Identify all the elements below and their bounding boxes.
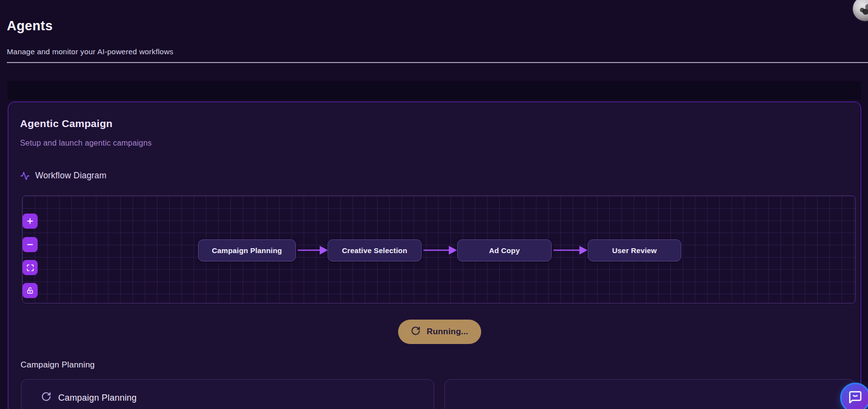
step-card-title: Campaign Planning [58,393,137,403]
content-strip [7,81,861,100]
node-creative-selection[interactable]: Creative Selection [328,239,422,261]
message-square-icon [848,390,863,406]
activity-icon [20,171,30,181]
campaign-card-title: Agentic Campaign [20,118,112,129]
plus-icon [26,217,34,225]
running-status-label: Running... [426,327,468,337]
workflow-diagram-text: Workflow Diagram [35,171,107,181]
step-card-detail-panel [445,379,855,409]
unlock-icon [26,287,34,294]
fit-view-button[interactable] [22,260,38,275]
lock-button[interactable] [22,283,38,298]
maximize-icon [26,264,34,272]
header-divider [7,62,868,63]
node-user-review[interactable]: User Review [588,239,681,261]
page-title: Agents [7,19,53,34]
workflow-diagram-label: Workflow Diagram [20,171,107,181]
node-campaign-planning[interactable]: Campaign Planning [198,239,296,261]
step-card-campaign-planning[interactable]: Campaign Planning [21,379,434,409]
zoom-in-button[interactable] [22,214,38,229]
step-card-title-row: Campaign Planning [41,391,137,404]
chat-fab-button[interactable] [840,383,868,409]
workflow-canvas[interactable]: Campaign Planning Creative Selection Ad … [22,195,856,303]
campaign-card-subtitle: Setup and launch agentic campaigns [20,139,152,148]
step-section-heading: Campaign Planning [21,360,95,370]
user-avatar[interactable] [853,0,868,21]
agents-page: Agents Manage and monitor your AI-powere… [0,0,868,409]
minus-icon [26,240,34,249]
rotate-cw-icon [411,326,421,338]
rotate-cw-icon [41,391,51,404]
agentic-campaign-card: Agentic Campaign Setup and launch agenti… [8,102,861,409]
node-ad-copy[interactable]: Ad Copy [457,239,552,261]
running-status-badge: Running... [398,320,481,344]
zoom-out-button[interactable] [22,237,38,252]
page-subtitle: Manage and monitor your AI-powered workf… [7,47,174,56]
workflow-edges [22,196,856,303]
